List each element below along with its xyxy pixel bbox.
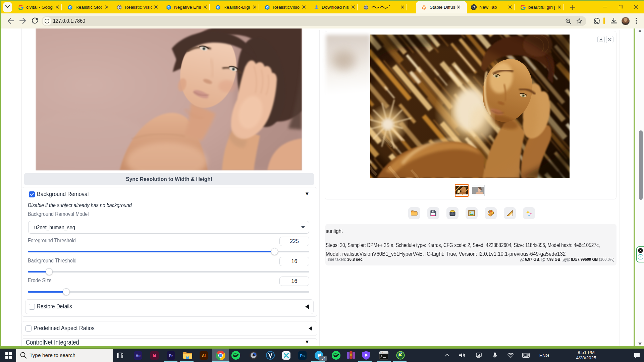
svg-text:e: e [640, 255, 642, 259]
